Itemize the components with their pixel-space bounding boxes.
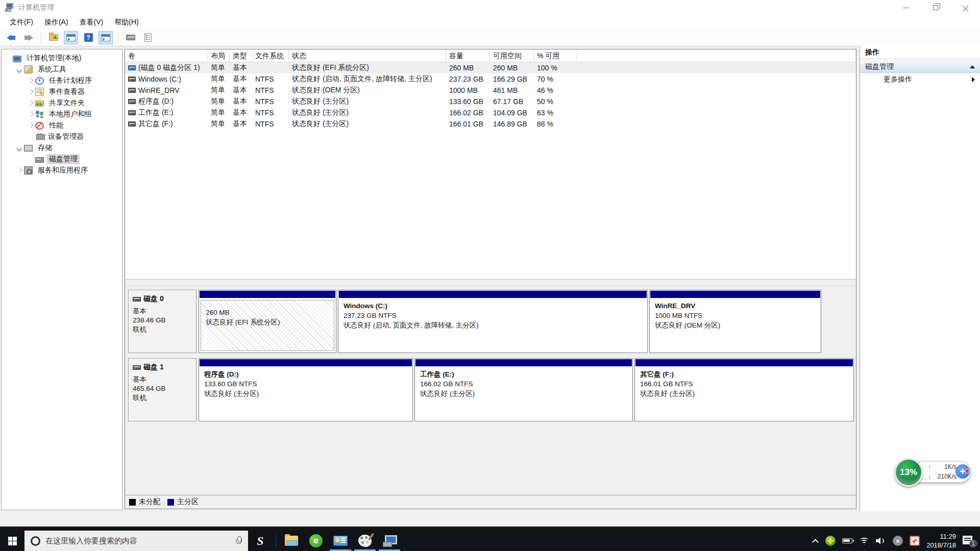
users-icon bbox=[35, 110, 44, 118]
forward-icon bbox=[24, 35, 33, 41]
cell-text: NTFS bbox=[255, 120, 274, 128]
column-header-0[interactable]: 卷 bbox=[125, 49, 208, 62]
tree-item-users[interactable]: 本地用户和组 bbox=[2, 109, 122, 120]
tree-expander-icon[interactable] bbox=[27, 88, 34, 95]
partition-其它盘 (F:)[interactable]: 其它盘 (F:)166.01 GB NTFS状态良好 (主分区) bbox=[634, 358, 854, 421]
cell-text: 100 % bbox=[537, 64, 557, 72]
column-header-4[interactable]: 状态 bbox=[289, 49, 446, 62]
taskbar-clock[interactable]: 11:29 2018/7/18 bbox=[926, 532, 956, 549]
column-header-1[interactable]: 布局 bbox=[208, 49, 230, 62]
start-button[interactable] bbox=[0, 531, 24, 551]
tree-item-perf[interactable]: 性能 bbox=[2, 120, 122, 131]
column-header-3[interactable]: 文件系统 bbox=[252, 49, 289, 62]
disk-tool-button[interactable] bbox=[124, 31, 138, 44]
partition-status: 状态良好 (主分区) bbox=[204, 389, 407, 398]
cell-text: 基本 bbox=[233, 119, 247, 129]
volume-cell-2: 基本 bbox=[230, 107, 252, 118]
menu-item-3[interactable]: 帮助(H) bbox=[109, 16, 144, 29]
taskbar-app-explorer[interactable] bbox=[279, 531, 304, 551]
disk-label-0[interactable]: 磁盘 0基本238.46 GB联机 bbox=[128, 290, 197, 353]
tray-overflow-chevron-icon[interactable] bbox=[812, 539, 819, 545]
toolbar-separator bbox=[41, 32, 41, 43]
volume-row[interactable]: WinRE_DRV简单基本NTFS状态良好 (OEM 分区)1000 MB461… bbox=[125, 85, 856, 96]
column-header-5[interactable]: 容量 bbox=[446, 49, 490, 62]
tree-item-tools[interactable]: 系统工具 bbox=[2, 64, 122, 75]
speed-ball-overlay[interactable]: ↑1K/s ↓210K/s + 13% bbox=[894, 458, 971, 486]
tree-expander-icon[interactable] bbox=[27, 122, 34, 129]
collapse-icon[interactable] bbox=[970, 65, 975, 68]
tree-expander-icon[interactable] bbox=[27, 111, 34, 118]
tree-expander-icon[interactable] bbox=[16, 167, 23, 174]
tree-expander-icon[interactable] bbox=[16, 66, 23, 73]
taskbar-app-sogou[interactable]: S bbox=[248, 531, 273, 551]
cell-text: 166.29 GB bbox=[493, 75, 527, 83]
volume-icon[interactable] bbox=[876, 537, 886, 545]
taskbar-app-system-panel[interactable] bbox=[328, 531, 353, 551]
taskbar-search[interactable]: 在这里输入你要搜索的内容 bbox=[24, 531, 248, 551]
taskbar-app-paint[interactable] bbox=[353, 531, 377, 551]
column-header-2[interactable]: 类型 bbox=[230, 49, 252, 62]
tree-expander-icon[interactable] bbox=[16, 144, 23, 152]
wifi-icon[interactable] bbox=[859, 537, 869, 545]
partition-工作盘 (E:)[interactable]: 工作盘 (E:)166.02 GB NTFS状态良好 (主分区) bbox=[414, 358, 633, 421]
volume-row[interactable]: Windows (C:)简单基本NTFS状态良好 (启动, 页面文件, 故障转储… bbox=[125, 73, 856, 85]
disk-status: 联机 bbox=[133, 325, 196, 334]
tree-expander-icon[interactable] bbox=[27, 77, 34, 84]
volume-row[interactable]: 其它盘 (F:)简单基本NTFS状态良好 (主分区)166.01 GB146.8… bbox=[125, 118, 856, 130]
cell-text: 1000 MB bbox=[449, 86, 478, 94]
menu-item-1[interactable]: 操作(A) bbox=[39, 16, 74, 29]
restore-button[interactable] bbox=[921, 0, 950, 15]
disk-label-1[interactable]: 磁盘 1基本465.64 GB联机 bbox=[128, 358, 197, 421]
volume-row[interactable]: 程序盘 (D:)简单基本NTFS状态良好 (主分区)133.60 GB67.17… bbox=[125, 96, 856, 107]
disk-status: 联机 bbox=[133, 393, 196, 403]
tree-item-label: 任务计划程序 bbox=[47, 76, 94, 86]
tree-item-services[interactable]: 服务和应用程序 bbox=[2, 165, 122, 176]
volume-row[interactable]: 工作盘 (E:)简单基本NTFS状态良好 (主分区)166.02 GB104.0… bbox=[125, 107, 856, 118]
red-app-tray-icon[interactable] bbox=[910, 536, 920, 546]
tree-item-storage[interactable]: 存储 bbox=[2, 142, 122, 154]
help-button[interactable]: ? bbox=[81, 31, 95, 44]
column-header-6[interactable]: 可用空间 bbox=[490, 49, 534, 62]
partition-程序盘 (D:)[interactable]: 程序盘 (D:)133.60 GB NTFS状态良好 (主分区) bbox=[199, 358, 413, 421]
column-header-7[interactable]: % 可用 bbox=[534, 49, 577, 62]
minimize-button[interactable] bbox=[891, 0, 921, 15]
partition-status: 状态良好 (启动, 页面文件, 故障转储, 主分区) bbox=[344, 320, 642, 330]
360-safety-tray-icon[interactable] bbox=[825, 536, 836, 546]
disconnected-tray-icon[interactable]: × bbox=[893, 536, 903, 546]
microphone-icon[interactable] bbox=[236, 536, 242, 545]
tree-item-scheduler[interactable]: 任务计划程序 bbox=[2, 75, 122, 86]
menu-item-2[interactable]: 查看(V) bbox=[74, 16, 109, 29]
menu-item-0[interactable]: 文件(F) bbox=[4, 16, 39, 29]
forward-button[interactable] bbox=[21, 31, 36, 44]
show-action-pane-button[interactable] bbox=[99, 31, 113, 44]
action-center-button[interactable]: 1 bbox=[963, 536, 975, 546]
tree-expander-icon[interactable] bbox=[27, 99, 34, 107]
horizontal-scrollbar[interactable] bbox=[125, 280, 856, 286]
notification-dot bbox=[965, 469, 969, 473]
taskbar-app-computer-management[interactable] bbox=[377, 531, 402, 551]
taskbar-app-browser-360[interactable]: e bbox=[304, 531, 328, 551]
disk-size: 465.64 GB bbox=[133, 384, 196, 393]
partition-type-bar bbox=[635, 359, 853, 366]
tree-item-devmgr[interactable]: 设备管理器 bbox=[2, 131, 122, 142]
volume-row[interactable]: (磁盘 0 磁盘分区 1)简单基本状态良好 (EFI 系统分区)260 MB26… bbox=[125, 62, 856, 73]
show-console-tree-button[interactable] bbox=[64, 31, 78, 44]
volume-icon bbox=[128, 88, 136, 93]
back-button[interactable] bbox=[4, 31, 18, 44]
tree-item-event[interactable]: 事件查看器 bbox=[2, 86, 122, 97]
partition-efi[interactable]: 260 MB状态良好 (EFI 系统分区) bbox=[199, 290, 336, 353]
partition-Windows (C:)[interactable]: Windows (C:)237.23 GB NTFS状态良好 (启动, 页面文件… bbox=[338, 290, 648, 353]
accelerate-button[interactable]: + bbox=[955, 464, 970, 479]
tree-item-computer[interactable]: 计算机管理(本地) bbox=[2, 53, 122, 64]
partition-WinRE_DRV[interactable]: WinRE_DRV1000 MB NTFS状态良好 (OEM 分区) bbox=[649, 290, 821, 353]
more-actions-item[interactable]: 更多操作 bbox=[860, 73, 980, 86]
battery-icon[interactable] bbox=[842, 538, 852, 543]
close-button[interactable] bbox=[950, 0, 980, 15]
up-one-level-button[interactable] bbox=[46, 31, 61, 44]
view-options-button[interactable] bbox=[141, 31, 155, 44]
tree-item-diskmgmt[interactable]: 磁盘管理 bbox=[2, 154, 122, 165]
tree-item-shared[interactable]: 共享文件夹 bbox=[2, 97, 122, 109]
disk-name-text: 磁盘 1 bbox=[143, 363, 164, 372]
disk-management-action-group[interactable]: 磁盘管理 bbox=[860, 60, 980, 73]
memory-usage-ball[interactable]: 13% bbox=[894, 458, 923, 487]
